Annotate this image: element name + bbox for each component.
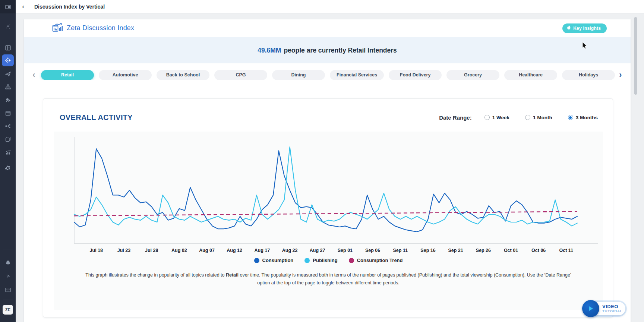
tabs-scroll-left-icon[interactable]: ‹ — [29, 70, 39, 80]
mouse-cursor — [582, 42, 588, 50]
chart-legend: ConsumptionPublishingConsumption Trend — [54, 258, 603, 263]
tab-holidays[interactable]: Holidays — [562, 70, 615, 80]
intenders-text: people are currently Retail Intenders — [284, 47, 397, 54]
svg-text:Sep 11: Sep 11 — [393, 248, 408, 253]
tab-cpg[interactable]: CPG — [214, 70, 267, 80]
tabs-strip: RetailAutomotiveBack to SchoolCPGDiningF… — [39, 70, 616, 80]
radio-selected-icon[interactable] — [568, 115, 573, 120]
tab-food-delivery[interactable]: Food Delivery — [389, 70, 442, 80]
back-button[interactable]: ‹ — [16, 3, 31, 10]
card-header: Zeta Discussion Index Key Insights — [24, 19, 631, 37]
tab-grocery[interactable]: Grocery — [446, 70, 499, 80]
vertical-scrollbar[interactable] — [634, 17, 637, 95]
svg-text:Sep 21: Sep 21 — [448, 248, 463, 253]
radio-unselected-icon[interactable] — [484, 115, 490, 120]
date-range-label: Date Range: — [439, 114, 472, 121]
svg-text:Jul 28: Jul 28 — [145, 248, 158, 253]
tab-dining[interactable]: Dining — [272, 70, 325, 80]
avatar[interactable]: ZE — [3, 305, 13, 315]
legend-dot — [349, 258, 354, 263]
radio-1-week[interactable]: 1 Week — [484, 115, 509, 120]
sidebar-divider — [3, 249, 13, 249]
svg-text:Aug 22: Aug 22 — [282, 248, 298, 253]
radio-1-month[interactable]: 1 Month — [525, 115, 552, 120]
calendar-icon[interactable] — [0, 107, 16, 119]
tab-automotive[interactable]: Automotive — [99, 70, 152, 80]
book-icon[interactable] — [0, 284, 16, 295]
app-window: ZE ‹ Discussion Index by Vertical Zeta D… — [0, 0, 644, 322]
date-range-options: 1 Week1 Month3 Months — [484, 115, 598, 120]
tutorial-label: TUTORIAL — [602, 309, 622, 313]
tab-retail[interactable]: Retail — [41, 70, 94, 80]
screen-icon[interactable] — [0, 1, 16, 12]
svg-text:Sep 01: Sep 01 — [338, 248, 353, 253]
radio-unselected-icon[interactable] — [525, 115, 530, 120]
audience-icon[interactable] — [0, 94, 16, 105]
layers-icon[interactable] — [0, 133, 16, 145]
svg-text:Sep 26: Sep 26 — [476, 248, 491, 253]
top-bar: ‹ Discussion Index by Vertical — [16, 0, 644, 13]
growth-icon[interactable] — [0, 146, 16, 158]
hierarchy-icon[interactable] — [0, 81, 16, 92]
send-icon[interactable] — [0, 68, 16, 79]
legend-consumption: Consumption — [254, 258, 294, 263]
svg-text:Oct 11: Oct 11 — [559, 248, 574, 253]
legend-consumption-trend: Consumption Trend — [349, 258, 403, 263]
legend-publishing: Publishing — [304, 258, 337, 263]
page-title: Discussion Index by Vertical — [34, 4, 105, 10]
tabs-scroll-right-icon[interactable]: › — [616, 70, 625, 80]
main-card: Zeta Discussion Index Key Insights 49.6M… — [24, 19, 631, 322]
signal-icon[interactable] — [0, 271, 16, 282]
left-sidebar: ZE — [0, 0, 16, 322]
logo-text: Zeta Discussion Index — [67, 24, 134, 32]
svg-text:Aug 02: Aug 02 — [171, 248, 187, 253]
svg-text:Aug 12: Aug 12 — [227, 248, 242, 253]
bell-icon[interactable] — [0, 257, 16, 268]
sidebar-top-segment — [0, 0, 16, 13]
overall-activity-card: OVERALL ACTIVITY Date Range: 1 Week1 Mon… — [43, 98, 613, 318]
date-range-group: Date Range: 1 Week1 Month3 Months — [439, 114, 598, 121]
activity-header: OVERALL ACTIVITY Date Range: 1 Week1 Mon… — [43, 99, 613, 132]
intenders-banner: 49.6MM people are currently Retail Inten… — [24, 37, 631, 63]
svg-text:Oct 06: Oct 06 — [531, 248, 546, 253]
key-insights-button[interactable]: Key Insights — [562, 23, 607, 33]
flame-icon — [567, 25, 571, 31]
tab-healthcare[interactable]: Healthcare — [504, 70, 557, 80]
logo-chart-icon — [52, 23, 63, 34]
flow-icon[interactable] — [0, 120, 16, 132]
legend-dot — [304, 258, 310, 263]
svg-text:Jul 18: Jul 18 — [90, 248, 103, 253]
chart-description: This graph illustrates the change in pop… — [80, 271, 576, 287]
vertical-tabs-row: ‹ RetailAutomotiveBack to SchoolCPGDinin… — [24, 63, 631, 86]
chart-panel: Jul 18Jul 23Jul 28Aug 02Aug 07Aug 12Aug … — [54, 132, 603, 310]
gear-icon[interactable] — [0, 162, 16, 174]
svg-text:Jul 23: Jul 23 — [117, 248, 130, 253]
target-icon[interactable] — [2, 54, 14, 66]
legend-dot — [254, 258, 259, 263]
section-title: OVERALL ACTIVITY — [60, 113, 133, 122]
intenders-count: 49.6MM — [258, 47, 281, 54]
dashboard-icon[interactable] — [0, 42, 16, 53]
key-insights-label: Key Insights — [573, 26, 601, 31]
svg-text:Aug 27: Aug 27 — [310, 248, 325, 253]
play-icon — [582, 300, 599, 317]
svg-text:Oct 01: Oct 01 — [504, 248, 518, 253]
tab-back-to-school[interactable]: Back to School — [157, 70, 209, 80]
sparkles-icon[interactable] — [0, 21, 16, 32]
svg-text:Sep 16: Sep 16 — [420, 248, 435, 253]
sidebar-divider — [3, 300, 13, 300]
svg-text:Sep 06: Sep 06 — [365, 248, 380, 253]
app-logo: Zeta Discussion Index — [52, 23, 134, 34]
svg-text:Aug 07: Aug 07 — [199, 248, 215, 253]
video-label: VIDEO — [602, 304, 622, 309]
svg-text:Aug 17: Aug 17 — [255, 248, 270, 253]
radio-3-months[interactable]: 3 Months — [568, 115, 598, 120]
video-tutorial-button[interactable]: VIDEO TUTORIAL — [588, 302, 625, 315]
activity-line-chart[interactable]: Jul 18Jul 23Jul 28Aug 02Aug 07Aug 12Aug … — [54, 132, 603, 255]
tab-financial-services[interactable]: Financial Services — [330, 70, 384, 80]
